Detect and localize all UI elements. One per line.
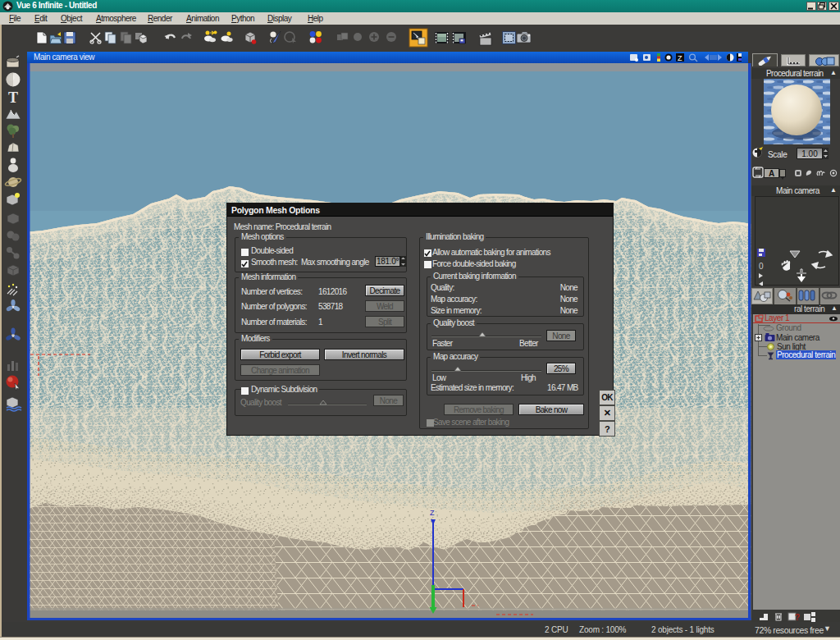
svg-text:T: T: [8, 89, 18, 106]
svg-text:0: 0: [759, 262, 764, 271]
svg-text:Z: Z: [678, 54, 682, 62]
svg-text:?: ?: [795, 613, 800, 622]
svg-text:Z: Z: [430, 509, 435, 517]
